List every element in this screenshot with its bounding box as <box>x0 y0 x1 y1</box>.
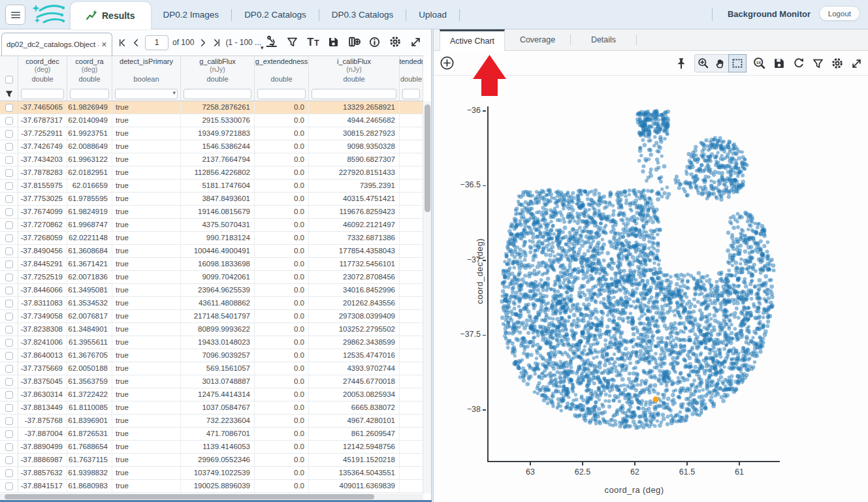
hamburger-menu-button[interactable] <box>5 5 25 25</box>
pan-hand-button[interactable] <box>712 55 729 72</box>
table-row[interactable]: -37.884151761.8680983true190025.88960390… <box>0 480 423 493</box>
row-checkbox[interactable] <box>5 404 13 412</box>
table-row[interactable]: -37.88700461.8726531true471.70867010.086… <box>0 428 423 441</box>
table-row[interactable]: -37.889049961.7688654true1139.41460530.0… <box>0 441 423 454</box>
table-row[interactable]: -37.787828362.0182951true112856.42268020… <box>0 166 423 180</box>
filter-input-coord_ra[interactable] <box>70 89 109 99</box>
column-header-g_extendedness[interactable]: g_extendednessdouble <box>255 56 309 87</box>
table-row[interactable]: -37.87576861.8396901true732.22336040.049… <box>0 415 423 428</box>
filter-input-g_calibFlux[interactable] <box>184 89 251 99</box>
row-checkbox[interactable] <box>5 195 13 203</box>
chart-tab-coverage[interactable]: Coverage <box>505 29 570 50</box>
row-checkbox[interactable] <box>5 430 13 438</box>
close-icon[interactable]: ✕ <box>99 40 107 49</box>
vertical-scrollbar[interactable] <box>423 101 431 494</box>
column-header-i_extendedness[interactable]: i_extendednessdouble <box>400 56 423 87</box>
table-row[interactable]: -37.725251962.0071836true9099.70420610.0… <box>0 271 423 284</box>
row-checkbox[interactable] <box>5 352 13 360</box>
select-all-checkbox[interactable] <box>5 76 13 84</box>
filter-icon[interactable] <box>812 57 824 70</box>
save-icon[interactable] <box>773 57 786 70</box>
table-row[interactable]: -37.864001361.3676705true7096.90392570.0… <box>0 349 423 362</box>
table-row[interactable]: -37.863031461.3722422true12475.44143140.… <box>0 388 423 401</box>
table-row[interactable]: -37.775302561.9785595true3847.84936010.0… <box>0 193 423 206</box>
row-checkbox[interactable] <box>5 156 13 164</box>
row-checkbox[interactable] <box>5 300 13 307</box>
column-header-i_calibFlux[interactable]: i_calibFlux(nJy)double <box>309 56 400 87</box>
row-checkbox[interactable] <box>5 104 13 112</box>
table-row[interactable]: -37.734905862.0076817true217148.54017970… <box>0 310 423 323</box>
filter-input-i_calibFlux[interactable] <box>312 89 396 99</box>
filter-icon[interactable] <box>5 89 14 99</box>
row-checkbox[interactable] <box>5 221 13 229</box>
row-checkbox[interactable] <box>5 274 13 281</box>
filter-input-coord_dec[interactable] <box>21 89 64 99</box>
table-tab[interactable]: dp02_dc2_catalogs.Object - ... ✕ <box>1 33 112 55</box>
filter-input-i_extendedness[interactable] <box>402 89 420 99</box>
nav-tab-results[interactable]: Results <box>71 2 151 29</box>
column-header-coord_dec[interactable]: coord_dec(deg)double <box>18 56 67 87</box>
row-checkbox[interactable] <box>5 417 13 425</box>
horizontal-scrollbar[interactable] <box>0 494 423 500</box>
table-row[interactable]: -37.844606661.3495081true23964.96255390.… <box>0 284 423 297</box>
last-page-button[interactable] <box>212 38 221 48</box>
row-checkbox[interactable] <box>5 260 13 268</box>
row-checkbox[interactable] <box>5 169 13 177</box>
save-icon[interactable] <box>327 36 340 48</box>
table-row[interactable]: -37.725291161.9923751true19349.97218830.… <box>0 127 423 140</box>
row-checkbox[interactable] <box>5 443 13 451</box>
row-checkbox[interactable] <box>5 287 13 294</box>
table-row[interactable]: -37.815597562.016659true5181.17476040.07… <box>0 180 423 193</box>
row-checkbox[interactable] <box>5 208 13 216</box>
row-checkbox[interactable] <box>5 482 13 490</box>
table-row[interactable]: -37.831108361.3534532true43611.48088620.… <box>0 297 423 310</box>
table-row[interactable]: -37.849045661.3608684true100446.49004910… <box>0 245 423 258</box>
search-options-microscope-icon[interactable]: ▾ <box>265 35 278 48</box>
table-row[interactable]: -37.678731762.0140949true2915.53300760.0… <box>0 114 423 127</box>
table-row[interactable]: -37.885763261.9398832true103749.10225390… <box>0 467 423 480</box>
settings-gear-icon[interactable] <box>389 35 402 48</box>
row-checkbox[interactable] <box>5 130 13 138</box>
column-header-detect_isPrimary[interactable]: detect_isPrimaryboolean <box>112 56 181 87</box>
column-header-g_calibFlux[interactable]: g_calibFlux(nJy)double <box>181 56 255 87</box>
chart-tab-details[interactable]: Details <box>571 29 636 50</box>
pin-icon[interactable] <box>675 57 688 70</box>
nav-tab-dp0-2-images[interactable]: DP0.2 Images <box>151 10 232 20</box>
info-icon[interactable] <box>368 36 381 48</box>
row-checkbox[interactable] <box>5 391 13 399</box>
column-header-coord_ra[interactable]: coord_ra(deg)double <box>67 56 112 87</box>
table-row[interactable]: -37.824100661.3955611true19433.01480230.… <box>0 336 423 349</box>
select-region-button[interactable] <box>729 55 746 72</box>
table-row[interactable]: -37.743420361.9963122true2137.76647940.0… <box>0 153 423 166</box>
row-checkbox[interactable] <box>5 234 13 242</box>
row-checkbox[interactable] <box>5 339 13 347</box>
row-checkbox[interactable] <box>5 469 13 477</box>
prev-page-button[interactable] <box>131 38 141 48</box>
table-row[interactable]: -37.844529161.3671421true16098.18336980.… <box>0 258 423 271</box>
restore-zoom-icon[interactable] <box>792 57 805 70</box>
table-row[interactable]: -37.737566962.0050188true569.15610570.04… <box>0 362 423 375</box>
chart-tab-active-chart[interactable]: Active Chart <box>440 29 505 51</box>
row-checkbox[interactable] <box>5 117 13 125</box>
zoom-original-1x-icon[interactable]: 1X <box>753 57 766 70</box>
row-checkbox[interactable] <box>5 326 13 334</box>
expand-icon[interactable] <box>410 36 422 48</box>
row-checkbox[interactable] <box>5 378 13 386</box>
first-page-button[interactable] <box>118 38 127 48</box>
vertical-scrollbar-thumb[interactable] <box>425 104 430 212</box>
text-view-icon[interactable]: TT <box>306 35 319 48</box>
nav-tab-upload[interactable]: Upload <box>406 10 459 20</box>
nav-tab-dp0-3-catalogs[interactable]: DP0.3 Catalogs <box>319 10 406 20</box>
table-row[interactable]: -37.888698761.7637115true29969.05523460.… <box>0 454 423 467</box>
zoom-in-button[interactable] <box>695 55 712 72</box>
page-number-input[interactable] <box>145 35 169 50</box>
row-checkbox[interactable] <box>5 313 13 321</box>
add-chart-icon[interactable] <box>440 55 455 71</box>
row-checkbox[interactable] <box>5 456 13 464</box>
filter-icon[interactable] <box>286 36 298 48</box>
nav-tab-dp0-2-catalogs[interactable]: DP0.2 Catalogs <box>232 10 319 20</box>
table-row[interactable]: -37.881344961.8110085true1037.05847670.0… <box>0 401 423 415</box>
table-row[interactable]: -37.767409961.9824919true19146.08156790.… <box>0 206 423 219</box>
filter-input-g_extendedness[interactable] <box>257 89 306 99</box>
background-monitor-link[interactable]: Background Monitor <box>728 9 811 19</box>
